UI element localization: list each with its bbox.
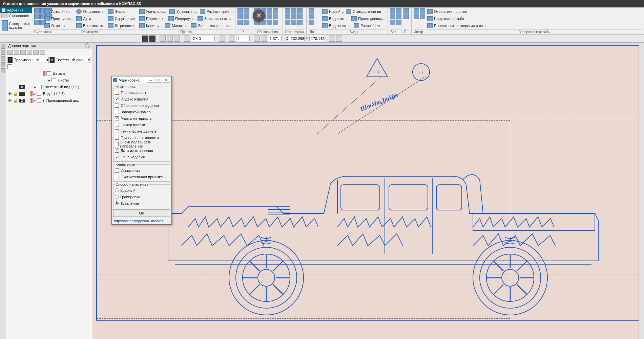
radio-etch[interactable]: Травление: [115, 200, 168, 206]
i3-icon[interactable]: [390, 14, 395, 19]
chk-trademark[interactable]: Товарный знак: [115, 89, 168, 96]
d3-icon[interactable]: [309, 20, 314, 25]
arc-icon[interactable]: [76, 16, 82, 21]
c3-icon[interactable]: [297, 8, 303, 14]
lib-icon[interactable]: [34, 20, 40, 25]
dim6-icon[interactable]: [244, 20, 249, 25]
newview-icon[interactable]: [322, 9, 328, 14]
mirror-icon[interactable]: [198, 16, 203, 21]
an11-icon[interactable]: [267, 20, 272, 25]
t3-icon[interactable]: [414, 14, 419, 19]
chk-material[interactable]: Марка материала: [115, 115, 168, 121]
zoom-in-icon[interactable]: [261, 36, 267, 42]
i6-icon[interactable]: [396, 20, 401, 25]
tree-projview[interactable]: 👁🔒2▸●Проекционный вид: [6, 97, 92, 104]
qa-manage[interactable]: Управление: [8, 14, 29, 18]
new-icon[interactable]: [34, 8, 40, 14]
i4-icon[interactable]: [396, 14, 401, 19]
c2-icon[interactable]: [291, 8, 296, 14]
autoline-icon[interactable]: [44, 9, 50, 14]
gear-icon[interactable]: [85, 43, 90, 48]
zoom-field[interactable]: 1.371: [268, 36, 282, 41]
d2-icon[interactable]: [309, 14, 314, 19]
opt-snap-icon[interactable]: [219, 36, 225, 42]
chk-polarity[interactable]: Знаки полярности, направление: [115, 141, 168, 147]
opt-grid-icon[interactable]: [184, 36, 190, 42]
st2-icon[interactable]: [14, 50, 19, 55]
split-icon[interactable]: [200, 9, 205, 14]
minimize-button[interactable]: —: [147, 78, 154, 83]
close-button[interactable]: ✕: [163, 78, 170, 83]
c1-icon[interactable]: [285, 8, 290, 14]
circle-icon[interactable]: [76, 9, 82, 14]
chk-date[interactable]: Дата изготовления: [115, 147, 168, 154]
extend-icon[interactable]: [169, 9, 175, 14]
rebuild-icon[interactable]: [427, 23, 433, 28]
chk-final[interactable]: Окончательная приемка: [115, 174, 168, 180]
dock-fx-icon[interactable]: [1, 50, 5, 55]
video-close-button[interactable]: ✕: [253, 9, 265, 22]
c5-icon[interactable]: [291, 14, 296, 19]
radio-engrave[interactable]: Гравировка: [115, 194, 168, 200]
dim2-icon[interactable]: [244, 8, 249, 14]
chk-melt[interactable]: Номер плавки: [115, 121, 168, 128]
opt-pencil-icon[interactable]: [142, 36, 148, 42]
i5-icon[interactable]: [390, 20, 395, 25]
chk-test[interactable]: Испытания: [115, 167, 168, 174]
i2-icon[interactable]: [396, 8, 401, 14]
std-parts-button[interactable]: Стандартные изделия: [0, 19, 32, 32]
copy-icon[interactable]: [139, 23, 145, 28]
tree-detail[interactable]: Деталь: [6, 70, 92, 77]
aux-icon[interactable]: [76, 23, 82, 28]
trim-icon[interactable]: [139, 9, 145, 14]
an7-icon[interactable]: [267, 14, 272, 19]
zoom-out-icon[interactable]: [254, 36, 260, 42]
layer-select[interactable]: 0Системный слой▾: [49, 57, 91, 63]
c9-icon[interactable]: [297, 20, 303, 25]
stdviews-icon[interactable]: [346, 9, 351, 14]
t1-icon[interactable]: [414, 8, 419, 14]
cs-select[interactable]: СК 0: [191, 36, 215, 41]
an8-icon[interactable]: [273, 14, 278, 19]
st3-icon[interactable]: [20, 50, 26, 55]
segment-icon[interactable]: [44, 23, 50, 28]
r1-icon[interactable]: [403, 8, 409, 14]
scale-icon[interactable]: [165, 23, 170, 28]
an12-icon[interactable]: [273, 20, 278, 25]
opt-step-icon[interactable]: [229, 36, 235, 42]
tree-sheets[interactable]: ▸Листы: [6, 77, 92, 84]
an4-icon[interactable]: [273, 8, 278, 14]
dim4-icon[interactable]: [244, 14, 249, 19]
hole-icon[interactable]: [427, 9, 433, 14]
hatch-icon[interactable]: [108, 23, 113, 28]
r2-icon[interactable]: [403, 14, 409, 19]
d1-icon[interactable]: [309, 8, 314, 14]
dim-icon[interactable]: [237, 8, 243, 14]
vk-link[interactable]: https://vk.com/python_macros: [114, 219, 163, 223]
chk-tech[interactable]: Технические данные: [115, 128, 168, 134]
thread-icon[interactable]: [427, 16, 433, 21]
opt-perp-icon[interactable]: [160, 36, 166, 42]
rotate-icon[interactable]: [168, 16, 174, 21]
search-input[interactable]: [14, 65, 90, 69]
dock-search-icon[interactable]: [1, 62, 5, 67]
print-icon[interactable]: [34, 14, 40, 19]
chk-designation[interactable]: Обозначение изделия: [115, 102, 168, 109]
tree-sysview[interactable]: 0▸Системный вид (1:1): [6, 84, 92, 90]
chk-serial[interactable]: Заводской номер: [115, 109, 168, 115]
move-icon[interactable]: [139, 16, 145, 21]
c4-icon[interactable]: [285, 14, 290, 19]
c6-icon[interactable]: [297, 14, 303, 19]
dim5-icon[interactable]: [237, 20, 243, 25]
qa-settings-icon[interactable]: [1, 14, 7, 18]
c7-icon[interactable]: [285, 20, 290, 25]
fillet-icon[interactable]: [108, 16, 113, 21]
tree-view1[interactable]: 👁🔒1▸Вид 1 (1:2.5): [6, 90, 92, 97]
drawing-canvas[interactable]: п.1 п.1 ШmMmДmЦm: [92, 43, 644, 339]
section-icon[interactable]: [354, 23, 359, 28]
dim3-icon[interactable]: [237, 14, 243, 19]
filter-icon[interactable]: [7, 64, 12, 69]
st5-icon[interactable]: [33, 50, 39, 55]
t2-icon[interactable]: [420, 8, 425, 14]
chk-index[interactable]: Индекс изделия: [115, 96, 168, 102]
